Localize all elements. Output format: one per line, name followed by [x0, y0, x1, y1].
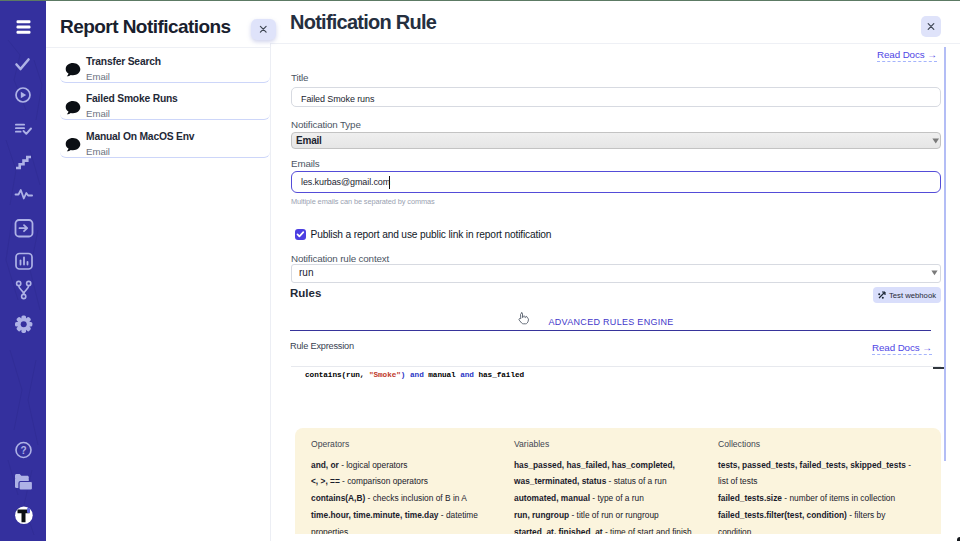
svg-text:?: ? [20, 445, 26, 456]
